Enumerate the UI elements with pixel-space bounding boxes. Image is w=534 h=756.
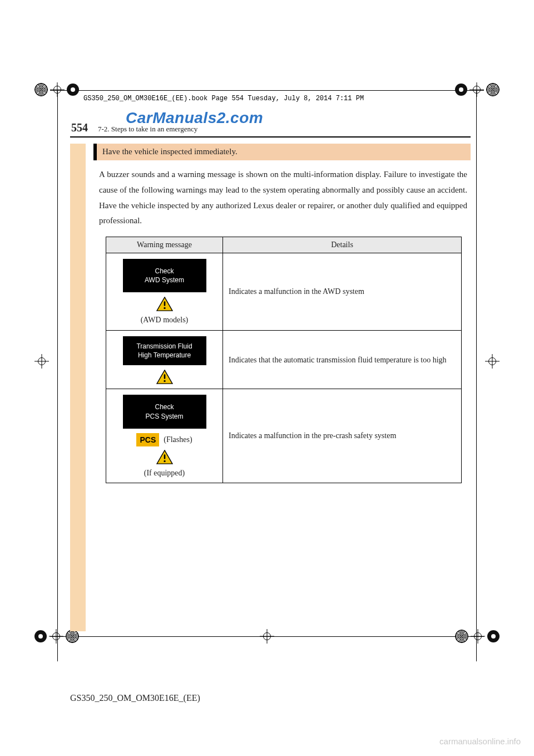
warning-triangle-icon xyxy=(156,297,173,311)
warning-triangle-icon xyxy=(156,370,173,384)
table-row: Check PCS System PCS (Flashes) (If equip… xyxy=(106,389,462,483)
svg-point-5 xyxy=(164,380,165,382)
page-number: 554 xyxy=(71,121,88,134)
footer-document-code: GS350_250_OM_OM30E16E_(EE) xyxy=(70,693,200,703)
row-detail: Indicates a malfunction in the AWD syste… xyxy=(223,253,462,331)
registration-mark-bottom-center xyxy=(260,629,274,644)
warning-triangle-icon xyxy=(156,450,173,464)
row-detail: Indicates that the automatic transmissio… xyxy=(223,330,462,389)
pcs-indicator-row: PCS (Flashes) xyxy=(111,433,218,446)
pcs-badge-icon: PCS xyxy=(136,433,159,446)
page-header: 554 7-2. Steps to take in an emergency xyxy=(70,121,471,138)
table-row: Transmission Fluid High Temperature Indi… xyxy=(106,330,462,389)
display-line: AWD System xyxy=(125,276,204,284)
row-note: (If equipped) xyxy=(111,468,218,479)
page-content: Have the vehicle inspected immediately. … xyxy=(93,144,471,483)
svg-point-8 xyxy=(164,460,165,462)
column-header-details: Details xyxy=(223,237,462,253)
svg-point-2 xyxy=(164,307,165,309)
registration-mark-bottom-right xyxy=(455,629,500,644)
dashboard-message-box: Transmission Fluid High Temperature xyxy=(123,336,206,365)
watermark-bottom: carmanualsonline.info xyxy=(439,737,521,746)
dashboard-message-box: Check PCS System xyxy=(123,395,206,428)
display-line: Transmission Fluid xyxy=(125,342,204,351)
dashboard-message-box: Check AWD System xyxy=(123,259,206,292)
column-header-warning: Warning message xyxy=(106,237,223,253)
svg-rect-4 xyxy=(164,375,165,379)
registration-mark-top-left xyxy=(34,82,79,97)
table-row: Check AWD System (AWD models) Indicates … xyxy=(106,253,462,331)
section-heading: Have the vehicle inspected immediately. xyxy=(93,144,471,160)
side-color-band xyxy=(70,144,86,631)
crop-line-left xyxy=(57,90,58,661)
row-detail: Indicates a malfunction in the pre-crash… xyxy=(223,389,462,483)
display-line: High Temperature xyxy=(125,351,204,360)
section-path: 7-2. Steps to take in an emergency xyxy=(98,125,197,134)
registration-mark-top-right xyxy=(455,82,500,97)
registration-mark-mid-left xyxy=(34,354,49,369)
book-meta-header: GS350_250_OM_OM30E16E_(EE).book Page 554… xyxy=(83,95,364,102)
display-line: Check xyxy=(125,402,204,411)
intro-paragraph: A buzzer sounds and a warning message is… xyxy=(93,167,471,229)
crop-line-right xyxy=(476,90,477,661)
crop-line-top xyxy=(50,90,484,91)
svg-rect-1 xyxy=(164,302,165,306)
display-line: Check xyxy=(125,267,204,276)
svg-rect-7 xyxy=(164,454,165,459)
display-line: PCS System xyxy=(125,412,204,421)
warnings-table: Warning message Details Check AWD System xyxy=(106,237,462,483)
row-note: (AWD models) xyxy=(111,315,218,326)
registration-mark-mid-right xyxy=(485,354,500,369)
pcs-flashes-label: (Flashes) xyxy=(164,435,192,444)
